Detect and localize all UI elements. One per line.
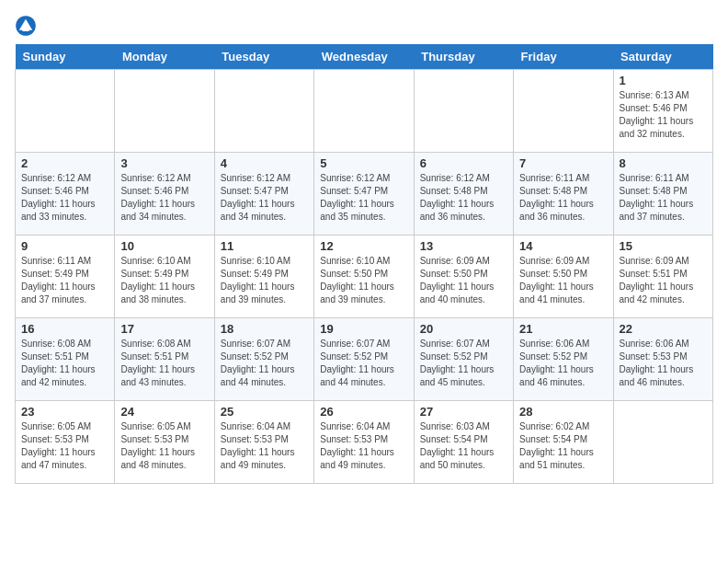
calendar-cell: 14Sunrise: 6:09 AM Sunset: 5:50 PM Dayli… bbox=[514, 236, 613, 318]
day-number: 16 bbox=[21, 322, 108, 336]
calendar-table: SundayMondayTuesdayWednesdayThursdayFrid… bbox=[15, 44, 713, 484]
calendar-cell bbox=[16, 70, 115, 153]
calendar-week-row: 16Sunrise: 6:08 AM Sunset: 5:51 PM Dayli… bbox=[16, 318, 713, 401]
day-number: 5 bbox=[320, 156, 407, 170]
day-detail: Sunrise: 6:12 AM Sunset: 5:46 PM Dayligh… bbox=[120, 172, 208, 224]
logo-icon bbox=[15, 15, 37, 37]
day-number: 6 bbox=[420, 156, 507, 170]
day-number: 21 bbox=[519, 322, 607, 336]
day-number: 20 bbox=[420, 322, 507, 336]
day-number: 24 bbox=[120, 405, 208, 419]
calendar-cell: 16Sunrise: 6:08 AM Sunset: 5:51 PM Dayli… bbox=[16, 318, 115, 401]
day-number: 26 bbox=[320, 405, 407, 419]
calendar-cell: 10Sunrise: 6:10 AM Sunset: 5:49 PM Dayli… bbox=[115, 236, 214, 318]
day-number: 8 bbox=[620, 156, 707, 170]
calendar-cell: 1Sunrise: 6:13 AM Sunset: 5:46 PM Daylig… bbox=[613, 70, 712, 153]
day-detail: Sunrise: 6:08 AM Sunset: 5:51 PM Dayligh… bbox=[120, 338, 208, 389]
day-number: 3 bbox=[120, 156, 208, 170]
svg-rect-2 bbox=[22, 26, 28, 31]
calendar-cell: 22Sunrise: 6:06 AM Sunset: 5:53 PM Dayli… bbox=[613, 318, 712, 401]
day-header-sunday: Sunday bbox=[16, 44, 115, 70]
calendar-cell: 19Sunrise: 6:07 AM Sunset: 5:52 PM Dayli… bbox=[314, 318, 414, 401]
day-number: 2 bbox=[21, 156, 108, 170]
day-detail: Sunrise: 6:11 AM Sunset: 5:48 PM Dayligh… bbox=[519, 172, 607, 224]
calendar-cell: 12Sunrise: 6:10 AM Sunset: 5:50 PM Dayli… bbox=[314, 236, 414, 318]
calendar-cell: 20Sunrise: 6:07 AM Sunset: 5:52 PM Dayli… bbox=[414, 318, 513, 401]
day-detail: Sunrise: 6:09 AM Sunset: 5:51 PM Dayligh… bbox=[620, 255, 707, 306]
calendar-cell bbox=[414, 70, 513, 153]
day-detail: Sunrise: 6:06 AM Sunset: 5:53 PM Dayligh… bbox=[620, 338, 707, 389]
calendar-cell: 28Sunrise: 6:02 AM Sunset: 5:54 PM Dayli… bbox=[514, 401, 613, 484]
day-detail: Sunrise: 6:07 AM Sunset: 5:52 PM Dayligh… bbox=[221, 338, 308, 389]
day-detail: Sunrise: 6:10 AM Sunset: 5:50 PM Dayligh… bbox=[320, 255, 407, 306]
day-number: 23 bbox=[21, 405, 108, 419]
calendar-cell: 27Sunrise: 6:03 AM Sunset: 5:54 PM Dayli… bbox=[414, 401, 513, 484]
day-number: 7 bbox=[519, 156, 607, 170]
calendar-cell: 6Sunrise: 6:12 AM Sunset: 5:48 PM Daylig… bbox=[414, 153, 513, 236]
calendar-cell: 21Sunrise: 6:06 AM Sunset: 5:52 PM Dayli… bbox=[514, 318, 613, 401]
day-detail: Sunrise: 6:13 AM Sunset: 5:46 PM Dayligh… bbox=[620, 89, 707, 141]
calendar-week-row: 1Sunrise: 6:13 AM Sunset: 5:46 PM Daylig… bbox=[16, 70, 713, 153]
day-number: 12 bbox=[320, 239, 407, 253]
day-number: 11 bbox=[221, 239, 308, 253]
calendar-cell bbox=[115, 70, 214, 153]
day-number: 14 bbox=[519, 239, 607, 253]
day-header-monday: Monday bbox=[115, 44, 214, 70]
day-detail: Sunrise: 6:09 AM Sunset: 5:50 PM Dayligh… bbox=[420, 255, 507, 306]
day-number: 19 bbox=[320, 322, 407, 336]
day-header-friday: Friday bbox=[514, 44, 613, 70]
calendar-week-row: 23Sunrise: 6:05 AM Sunset: 5:53 PM Dayli… bbox=[16, 401, 713, 484]
calendar-header-row: SundayMondayTuesdayWednesdayThursdayFrid… bbox=[16, 44, 713, 70]
day-number: 13 bbox=[420, 239, 507, 253]
day-detail: Sunrise: 6:07 AM Sunset: 5:52 PM Dayligh… bbox=[420, 338, 507, 389]
day-number: 1 bbox=[620, 74, 707, 87]
calendar-cell: 9Sunrise: 6:11 AM Sunset: 5:49 PM Daylig… bbox=[16, 236, 115, 318]
calendar-cell bbox=[514, 70, 613, 153]
day-detail: Sunrise: 6:10 AM Sunset: 5:49 PM Dayligh… bbox=[120, 255, 208, 306]
calendar-cell: 8Sunrise: 6:11 AM Sunset: 5:48 PM Daylig… bbox=[613, 153, 712, 236]
calendar-cell: 18Sunrise: 6:07 AM Sunset: 5:52 PM Dayli… bbox=[214, 318, 313, 401]
day-detail: Sunrise: 6:11 AM Sunset: 5:49 PM Dayligh… bbox=[21, 255, 108, 306]
day-detail: Sunrise: 6:11 AM Sunset: 5:48 PM Dayligh… bbox=[620, 172, 707, 224]
day-number: 27 bbox=[420, 405, 507, 419]
calendar-cell: 4Sunrise: 6:12 AM Sunset: 5:47 PM Daylig… bbox=[214, 153, 313, 236]
day-detail: Sunrise: 6:12 AM Sunset: 5:48 PM Dayligh… bbox=[420, 172, 507, 224]
calendar-cell: 11Sunrise: 6:10 AM Sunset: 5:49 PM Dayli… bbox=[214, 236, 313, 318]
calendar-cell: 25Sunrise: 6:04 AM Sunset: 5:53 PM Dayli… bbox=[214, 401, 313, 484]
day-detail: Sunrise: 6:04 AM Sunset: 5:53 PM Dayligh… bbox=[221, 420, 308, 472]
day-detail: Sunrise: 6:09 AM Sunset: 5:50 PM Dayligh… bbox=[519, 255, 607, 306]
calendar-cell: 5Sunrise: 6:12 AM Sunset: 5:47 PM Daylig… bbox=[314, 153, 414, 236]
logo bbox=[15, 15, 40, 37]
day-number: 22 bbox=[620, 322, 707, 336]
calendar-cell: 24Sunrise: 6:05 AM Sunset: 5:53 PM Dayli… bbox=[115, 401, 214, 484]
day-header-wednesday: Wednesday bbox=[314, 44, 414, 70]
calendar-cell bbox=[214, 70, 313, 153]
day-detail: Sunrise: 6:03 AM Sunset: 5:54 PM Dayligh… bbox=[420, 420, 507, 472]
calendar-week-row: 2Sunrise: 6:12 AM Sunset: 5:46 PM Daylig… bbox=[16, 153, 713, 236]
day-number: 10 bbox=[120, 239, 208, 253]
calendar-cell: 2Sunrise: 6:12 AM Sunset: 5:46 PM Daylig… bbox=[16, 153, 115, 236]
calendar-cell: 17Sunrise: 6:08 AM Sunset: 5:51 PM Dayli… bbox=[115, 318, 214, 401]
day-detail: Sunrise: 6:06 AM Sunset: 5:52 PM Dayligh… bbox=[519, 338, 607, 389]
day-number: 4 bbox=[221, 156, 308, 170]
day-detail: Sunrise: 6:07 AM Sunset: 5:52 PM Dayligh… bbox=[320, 338, 407, 389]
day-number: 18 bbox=[221, 322, 308, 336]
day-number: 25 bbox=[221, 405, 308, 419]
day-detail: Sunrise: 6:08 AM Sunset: 5:51 PM Dayligh… bbox=[21, 338, 108, 389]
header bbox=[15, 15, 713, 37]
calendar-week-row: 9Sunrise: 6:11 AM Sunset: 5:49 PM Daylig… bbox=[16, 236, 713, 318]
day-detail: Sunrise: 6:12 AM Sunset: 5:47 PM Dayligh… bbox=[221, 172, 308, 224]
calendar-cell bbox=[314, 70, 414, 153]
day-detail: Sunrise: 6:10 AM Sunset: 5:49 PM Dayligh… bbox=[221, 255, 308, 306]
day-number: 15 bbox=[620, 239, 707, 253]
day-header-thursday: Thursday bbox=[414, 44, 513, 70]
calendar-cell: 26Sunrise: 6:04 AM Sunset: 5:53 PM Dayli… bbox=[314, 401, 414, 484]
day-detail: Sunrise: 6:02 AM Sunset: 5:54 PM Dayligh… bbox=[519, 420, 607, 472]
day-detail: Sunrise: 6:05 AM Sunset: 5:53 PM Dayligh… bbox=[21, 420, 108, 472]
day-header-saturday: Saturday bbox=[613, 44, 712, 70]
day-number: 28 bbox=[519, 405, 607, 419]
calendar-cell: 23Sunrise: 6:05 AM Sunset: 5:53 PM Dayli… bbox=[16, 401, 115, 484]
calendar-cell: 7Sunrise: 6:11 AM Sunset: 5:48 PM Daylig… bbox=[514, 153, 613, 236]
day-number: 9 bbox=[21, 239, 108, 253]
calendar-cell: 3Sunrise: 6:12 AM Sunset: 5:46 PM Daylig… bbox=[115, 153, 214, 236]
